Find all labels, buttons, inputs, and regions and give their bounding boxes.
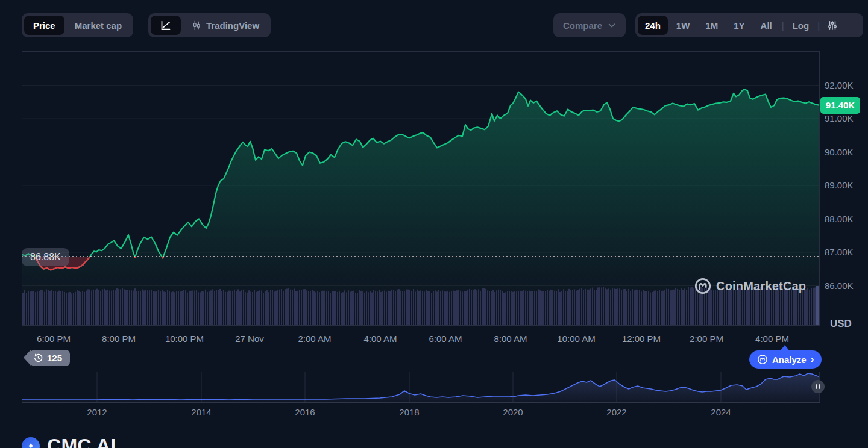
x-tick: 12:00 PM <box>612 334 670 344</box>
tradingview-label: TradingView <box>206 20 259 31</box>
log-scale-button[interactable]: Log <box>787 16 816 35</box>
x-tick: 4:00 AM <box>351 334 409 344</box>
x-tick: 8:00 PM <box>90 334 148 344</box>
separator: | <box>781 20 785 31</box>
metric-tab-market-cap[interactable]: Market cap <box>66 16 131 35</box>
tradingview-chart-type-button[interactable]: TradingView <box>182 16 268 35</box>
x-tick: 4:00 PM <box>743 334 801 344</box>
range-tab-24h[interactable]: 24h <box>638 16 668 35</box>
history-icon <box>33 353 43 363</box>
y-tick-90.00K: 90.00K <box>825 146 867 158</box>
x-tick: 6:00 AM <box>417 334 474 344</box>
history-count: 125 <box>47 353 62 363</box>
y-tick-86.00K: 86.00K <box>825 280 867 292</box>
current-price-badge: 91.40K <box>820 97 860 114</box>
timeframe-toggle: 24h1W1M1YAll|Log| <box>635 13 863 37</box>
minimap-year-2018: 2018 <box>390 407 429 417</box>
x-tick: 2:00 AM <box>286 334 344 344</box>
line-chart-type-button[interactable] <box>151 16 181 35</box>
y-tick-87.00K: 87.00K <box>825 246 867 258</box>
y-tick-92.00K: 92.00K <box>825 79 867 92</box>
chart-settings-sliders-icon[interactable] <box>822 16 843 35</box>
compare-button[interactable]: Compare <box>553 13 626 37</box>
compare-label: Compare <box>563 20 602 31</box>
candlestick-icon <box>191 20 202 31</box>
range-tab-1w[interactable]: 1W <box>669 16 697 35</box>
minimap-year-2022: 2022 <box>597 407 636 417</box>
coinmarketcap-logo-icon <box>694 278 711 294</box>
minimap-year-2012: 2012 <box>78 407 116 417</box>
x-tick: 10:00 PM <box>156 334 213 344</box>
history-minimap[interactable] <box>22 372 820 403</box>
chevron-down-icon <box>608 21 616 30</box>
y-axis-unit: USD <box>830 318 852 330</box>
metric-toggle: PriceMarket cap <box>22 13 133 37</box>
line-chart-icon <box>160 19 172 31</box>
minimap-year-2024: 2024 <box>702 407 740 417</box>
cmc-ai-title: CMC AI <box>47 435 116 448</box>
watermark-text: CoinMarketCap <box>716 279 806 293</box>
x-tick: 6:00 PM <box>25 334 83 344</box>
minimap-year-2016: 2016 <box>286 407 324 417</box>
y-tick-89.00K: 89.00K <box>825 179 867 191</box>
coinmarketcap-watermark: CoinMarketCap <box>694 278 806 294</box>
cmc-ai-section-header: ✦ CMC AI <box>22 435 116 448</box>
chevron-right-icon: › <box>811 354 814 364</box>
cmc-chat-icon <box>757 354 768 365</box>
previous-close-label: 86.88K <box>22 248 69 266</box>
analyze-label: Analyze <box>772 355 807 365</box>
range-tab-all[interactable]: All <box>753 16 779 35</box>
separator: | <box>816 20 821 31</box>
minimap-year-2014: 2014 <box>182 407 221 417</box>
x-tick: 2:00 PM <box>678 334 735 344</box>
metric-tab-price[interactable]: Price <box>24 16 64 35</box>
cmc-ai-icon: ✦ <box>22 437 40 448</box>
x-tick: 8:00 AM <box>482 334 539 344</box>
y-tick-88.00K: 88.00K <box>825 213 867 225</box>
range-tab-1y[interactable]: 1Y <box>726 16 752 35</box>
x-tick: 10:00 AM <box>547 334 605 344</box>
range-tab-1m[interactable]: 1M <box>698 16 725 35</box>
history-count-badge[interactable]: 125 <box>30 350 70 366</box>
y-tick-91.00K: 91.00K <box>825 113 867 125</box>
minimap-year-2020: 2020 <box>494 407 532 417</box>
x-tick: 27 Nov <box>221 334 278 344</box>
chart-type-toggle: TradingView <box>148 13 271 37</box>
minimap-scrub-handle[interactable] <box>811 380 825 393</box>
analyze-button[interactable]: Analyze › <box>749 350 822 369</box>
